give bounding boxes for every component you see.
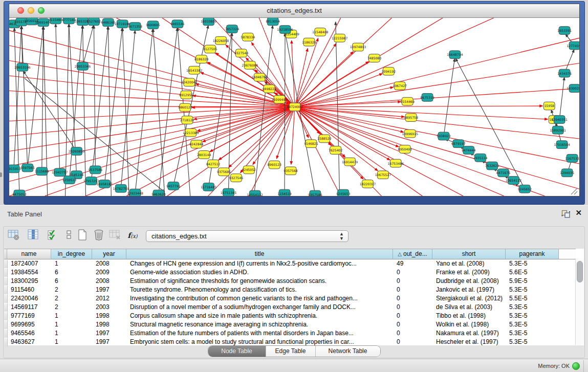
table-row[interactable]: 977716911998Corpus callosum shape and si…	[4, 312, 576, 320]
table-row[interactable]: 1830029562008Estimation of significance …	[4, 277, 576, 286]
graph-node[interactable]: 1250513	[62, 176, 77, 184]
graph-node[interactable]: 20053346	[75, 62, 91, 71]
table-row[interactable]: 969969511998Structural magnetic resonanc…	[4, 320, 576, 329]
graph-node[interactable]: 1186328	[302, 38, 316, 46]
table-row[interactable]: 1872400712008Changes of HCN gene express…	[4, 259, 576, 268]
graph-node[interactable]: 16046766	[252, 73, 268, 81]
graph-node[interactable]: 17016504	[554, 141, 570, 149]
graph-node[interactable]: 12774593	[567, 41, 579, 50]
show-columns-button[interactable]	[26, 228, 41, 243]
graph-node[interactable]: 7485080	[367, 54, 382, 62]
graph-node[interactable]: 8475052	[12, 190, 27, 196]
graph-node[interactable]: 9245052	[242, 166, 256, 174]
graph-node[interactable]: 9357568	[284, 167, 298, 175]
graph-node[interactable]: 9357586	[308, 190, 322, 196]
cell-year[interactable]: 1998	[93, 321, 127, 329]
cell-year[interactable]: 2008	[93, 260, 127, 268]
graph-node[interactable]: 12040351	[551, 116, 567, 124]
graph-node[interactable]: 9127505	[203, 45, 217, 53]
cell-short[interactable]: Stergiakouli et al. (2012)	[433, 295, 506, 303]
graph-node[interactable]: 8186328	[194, 55, 209, 63]
cell-year[interactable]: 1997	[93, 286, 127, 294]
column-header-year[interactable]: year	[92, 249, 126, 259]
graph-node[interactable]: 1204035	[560, 169, 574, 177]
graph-node[interactable]: 18300295	[567, 84, 579, 93]
graph-node[interactable]: 2803144	[197, 151, 211, 159]
graph-node[interactable]: 9242844	[189, 140, 204, 148]
graph-node[interactable]: 12213389	[183, 128, 199, 137]
graph-node[interactable]: 9327546	[229, 174, 244, 182]
cell-pagerank[interactable]: 5.3E-5	[506, 260, 559, 268]
graph-node[interactable]: 1527602	[87, 18, 101, 26]
graph-node[interactable]: 8960123	[267, 161, 281, 169]
table-row[interactable]: 2242004622012Investigating the contribut…	[4, 294, 576, 303]
graph-node[interactable]: 18226058	[213, 36, 229, 45]
graph-node[interactable]: 10996915	[402, 129, 418, 138]
graph-node[interactable]: 9860123	[178, 103, 192, 112]
cell-pagerank[interactable]: 5.9E-5	[506, 277, 559, 286]
cell-title[interactable]: Corpus callosum shape and size in male p…	[127, 312, 394, 320]
tab-network-table[interactable]: Network Table	[316, 346, 380, 357]
cell-name[interactable]: 18300295	[8, 277, 52, 286]
graph-node[interactable]: 9146821	[304, 140, 318, 148]
vertical-scrollbar[interactable]	[575, 260, 583, 345]
cell-name[interactable]: 9777169	[8, 312, 52, 320]
select-columns-button[interactable]	[45, 228, 60, 243]
column-header-pagerank[interactable]: pagerank	[506, 249, 559, 259]
cell-out_degree[interactable]: 0	[394, 321, 433, 329]
graph-node[interactable]: 6466160	[101, 18, 116, 27]
graph-node[interactable]: 20260850	[69, 147, 84, 156]
graph-node[interactable]: 7857224	[225, 25, 239, 33]
cell-in_degree[interactable]: 1	[52, 321, 93, 329]
graph-node[interactable]: 16753486	[388, 159, 404, 167]
graph-node[interactable]: 16914479	[342, 158, 358, 166]
graph-node[interactable]: 9465546	[170, 20, 185, 28]
network-canvas[interactable]: 1872400718226058912750581863281654338222…	[9, 18, 579, 196]
cell-year[interactable]: 1997	[93, 330, 127, 338]
cell-short[interactable]: Franke et al. (2009)	[433, 269, 506, 277]
graph-node[interactable]: 1067427	[393, 82, 407, 90]
cell-short[interactable]: Yano et al. (2008)	[433, 260, 506, 268]
cell-title[interactable]: Investigating the contribution of common…	[127, 295, 394, 303]
cell-pagerank[interactable]: 5.3E-5	[506, 338, 559, 346]
graph-node[interactable]: 9327548	[234, 49, 249, 57]
graph-node[interactable]: 10554112	[247, 190, 263, 196]
graph-node[interactable]: 8671358	[128, 23, 142, 31]
cell-short[interactable]: Wolkin et al. (1998)	[433, 321, 506, 329]
graph-node[interactable]: 8950493	[398, 145, 412, 154]
cell-year[interactable]: 1997	[93, 338, 127, 346]
graph-node[interactable]: 9375685	[217, 168, 231, 176]
graph-hub-node[interactable]: 18724007	[287, 103, 302, 111]
cell-pagerank[interactable]: 5.3E-5	[506, 312, 559, 320]
graph-node[interactable]: 9777169	[62, 18, 76, 24]
cell-in_degree[interactable]: 6	[52, 277, 93, 286]
cell-pagerank[interactable]: 5.5E-5	[506, 295, 559, 303]
cell-in_degree[interactable]: 1	[52, 260, 93, 268]
graph-node[interactable]: 10675527	[375, 171, 391, 179]
graph-node[interactable]: 16782759	[113, 184, 129, 192]
graph-node[interactable]: 8912955	[179, 91, 193, 99]
graph-node[interactable]: 6879197	[451, 140, 466, 148]
column-header-short[interactable]: short	[432, 249, 506, 259]
graph-node[interactable]: 8813054	[266, 18, 280, 26]
graph-node[interactable]: 7632621	[485, 162, 499, 170]
close-icon[interactable]: ✕	[575, 208, 582, 217]
cell-in_degree[interactable]: 6	[52, 269, 93, 277]
memory-status-icon[interactable]	[572, 362, 580, 370]
scrollbar-thumb[interactable]	[577, 261, 583, 282]
graph-node[interactable]: 1167533	[565, 154, 579, 162]
graph-node[interactable]: 9474444	[462, 146, 476, 155]
graph-node[interactable]: 12215987	[332, 34, 347, 42]
cell-year[interactable]: 2003	[93, 303, 127, 312]
cell-name[interactable]: 9115460	[8, 286, 52, 294]
create-column-button[interactable]	[75, 228, 90, 243]
cell-short[interactable]: Jankovic et al. (1997)	[433, 286, 506, 294]
cell-in_degree[interactable]: 2	[52, 303, 93, 312]
graph-node[interactable]: 1588520	[317, 135, 332, 143]
cell-year[interactable]: 1998	[93, 312, 127, 320]
cell-pagerank[interactable]: 5.3E-5	[506, 330, 559, 338]
table-source-select[interactable]: citations_edges.txt ▲▼	[146, 230, 349, 242]
cell-title[interactable]: Estimation of significance thresholds fo…	[127, 277, 394, 286]
delete-column-button[interactable]	[91, 228, 106, 243]
graph-node[interactable]: 8427512	[206, 160, 221, 168]
